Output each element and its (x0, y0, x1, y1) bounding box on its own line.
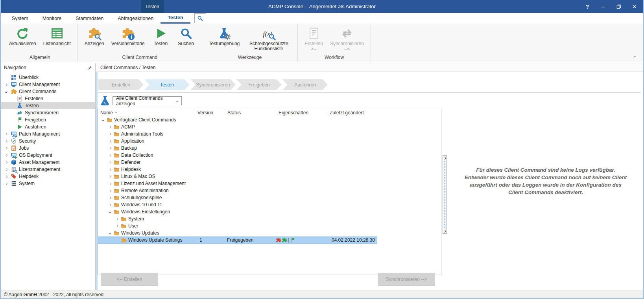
table-row-windows-update-settings[interactable]: Windows Update Settings1Freigegeben04.02… (98, 237, 441, 244)
splitter-expand-bottom-button[interactable] (444, 229, 446, 233)
menu-item-testen[interactable]: Testen (161, 13, 190, 24)
sidebar-item-patch-management[interactable]: Patch Management (1, 130, 95, 138)
ribbon-button-synchronisieren[interactable]: Synchronisieren--> (327, 25, 367, 53)
create-back-button[interactable]: <-- Erstellen (101, 273, 158, 286)
title-bar-tab[interactable]: Testen (141, 0, 164, 13)
table-row-helpdesk[interactable]: Helpdesk (98, 166, 441, 173)
ribbon-button-aktualisieren[interactable]: Aktualisieren (6, 25, 39, 48)
tree-expander[interactable] (107, 204, 112, 206)
sidebar-item-security[interactable]: Security (1, 138, 95, 145)
tree-expander[interactable] (3, 84, 9, 86)
table-row-lizenz-und-asset-management[interactable]: Lizenz und Asset Management (98, 180, 441, 187)
sidebar-item-ausf-hren[interactable]: Ausführen (1, 123, 95, 130)
column-header-zuletzt-ge-ndert[interactable]: Zuletzt geändert (327, 109, 376, 116)
help-button[interactable]: ? (581, 2, 594, 12)
column-header-eigenschaften[interactable]: Eigenschaften (276, 109, 327, 116)
table-row-system[interactable]: System (98, 215, 441, 222)
ribbon-button-listenansicht[interactable]: Listenansicht (41, 25, 74, 48)
sidebar-item-freigeben[interactable]: Freigeben (1, 116, 95, 123)
tree-expander[interactable] (107, 147, 112, 149)
tree-expander[interactable] (3, 140, 9, 142)
workflow-step-synchronisieren[interactable]: Synchronisieren (190, 79, 236, 90)
tree-expander[interactable] (107, 190, 112, 192)
tree-expander[interactable] (107, 197, 112, 199)
collapse-ribbon-button[interactable] (631, 54, 638, 60)
tree-expander[interactable] (107, 140, 112, 142)
menu-item-abfrageaktionen[interactable]: Abfrageaktionen (111, 13, 161, 24)
sidebar-item-testen[interactable]: Testen (1, 102, 95, 109)
table-row-verf-gbare-client-commands[interactable]: Verfügbare Client Commands (98, 116, 441, 123)
splitter-handle[interactable] (445, 161, 445, 228)
tree-expander[interactable] (100, 119, 105, 121)
tree-expander[interactable] (107, 232, 112, 234)
tree-expander[interactable] (107, 211, 112, 213)
table-row-acmp[interactable]: ACMP (98, 123, 441, 130)
tree-expander[interactable] (3, 183, 9, 185)
column-header-name[interactable]: Name (98, 109, 195, 116)
tree-expander[interactable] (3, 154, 9, 156)
tree-expander[interactable] (3, 91, 9, 93)
tree-expander[interactable] (107, 161, 112, 163)
tree-expander[interactable] (3, 169, 9, 171)
workflow-step-testen[interactable]: Testen (144, 79, 190, 90)
client-command-filter-dropdown[interactable]: Alle Client Commands anzeigen (113, 96, 182, 105)
column-header-status[interactable]: Status (225, 109, 276, 116)
table-row-windows-updates[interactable]: Windows Updates (98, 229, 441, 237)
ribbon-button-anzeigen[interactable]: Anzeigen (82, 25, 107, 48)
tree-expander[interactable] (114, 218, 119, 220)
panel-splitter[interactable] (443, 155, 447, 234)
table-row-remote-administration[interactable]: Remote Administration (98, 187, 441, 194)
sidebar-item-client-commands[interactable]: Client Commands (1, 88, 95, 95)
minimize-button[interactable] (597, 2, 609, 12)
sidebar-item-os-deployment[interactable]: OS Deployment (1, 152, 95, 159)
sidebar-item-berblick[interactable]: Überblick (1, 74, 95, 81)
table-row-linux-mac-os[interactable]: Linux & Mac OS (98, 173, 441, 180)
ribbon-button-erstellen[interactable]: Erstellen<-- (302, 25, 326, 53)
ribbon-button-schreibgesch-tzte-funktionsliste[interactable]: Schreibgeschützte Funktionsliste (244, 25, 293, 53)
sidebar-item-system[interactable]: System (1, 180, 95, 187)
tree-expander[interactable] (3, 147, 9, 149)
sidebar-item-lizenzmanagement[interactable]: Lizenzmanagement (1, 166, 95, 173)
ribbon-button-testumgebung[interactable]: Testumgebung (206, 25, 243, 48)
sidebar-item-client-management[interactable]: Client Management (1, 81, 95, 88)
tree-expander[interactable] (107, 169, 112, 171)
tree-expander[interactable] (107, 183, 112, 185)
table-row-application[interactable]: Application (98, 138, 441, 145)
tree-expander[interactable] (107, 133, 112, 135)
sidebar-item-synchronisieren[interactable]: Synchronisieren (1, 109, 95, 116)
tree-expander[interactable] (107, 176, 112, 178)
sidebar-item-asset-management[interactable]: Asset Management (1, 159, 95, 166)
tree-expander[interactable] (114, 225, 119, 227)
synchronize-forward-button[interactable]: Synchronisieren --> (378, 273, 435, 286)
table-row-windows-10-und-11[interactable]: Windows 10 und 11 (98, 201, 441, 208)
close-button[interactable] (628, 2, 641, 12)
pin-icon[interactable] (87, 65, 92, 70)
splitter-expand-top-button[interactable] (444, 156, 446, 160)
tree-expander[interactable] (107, 154, 112, 156)
workflow-step-ausf-hren[interactable]: Ausführen (282, 79, 328, 90)
tree-expander[interactable] (107, 126, 112, 128)
table-row-user[interactable]: User (98, 222, 441, 229)
search-button[interactable] (194, 13, 206, 23)
ribbon-button-versionshistorie[interactable]: Versionshistorie (109, 25, 148, 48)
table-row-schulungsbeispiele[interactable]: Schulungsbeispiele (98, 194, 441, 201)
tree-expander[interactable] (3, 133, 9, 135)
tree-expander[interactable] (3, 161, 9, 163)
workflow-step-erstellen[interactable]: Erstellen (98, 79, 144, 90)
ribbon-button-testen[interactable]: Testen (149, 25, 173, 48)
sidebar-item-jobs[interactable]: Jobs (1, 145, 95, 152)
menu-item-stammdaten[interactable]: Stammdaten (68, 13, 111, 24)
ribbon-button-suchen[interactable]: Suchen (174, 25, 198, 48)
table-row-backup[interactable]: Backup (98, 145, 441, 152)
sidebar-item-helpdesk[interactable]: Helpdesk (1, 173, 95, 180)
table-row-administration-tools[interactable]: Administration Tools (98, 130, 441, 138)
menu-item-monitore[interactable]: Monitore (35, 13, 69, 24)
sidebar-item-erstellen[interactable]: Erstellen (1, 95, 95, 102)
restore-button[interactable] (613, 2, 625, 12)
table-row-defender[interactable]: Defender (98, 159, 441, 166)
column-header-version[interactable]: Version (195, 109, 225, 116)
menu-item-system[interactable]: System (5, 13, 35, 24)
workflow-step-freigeben[interactable]: Freigeben (236, 79, 282, 90)
table-row-data-collection[interactable]: Data Collection (98, 152, 441, 159)
tree-expander[interactable] (3, 176, 9, 178)
